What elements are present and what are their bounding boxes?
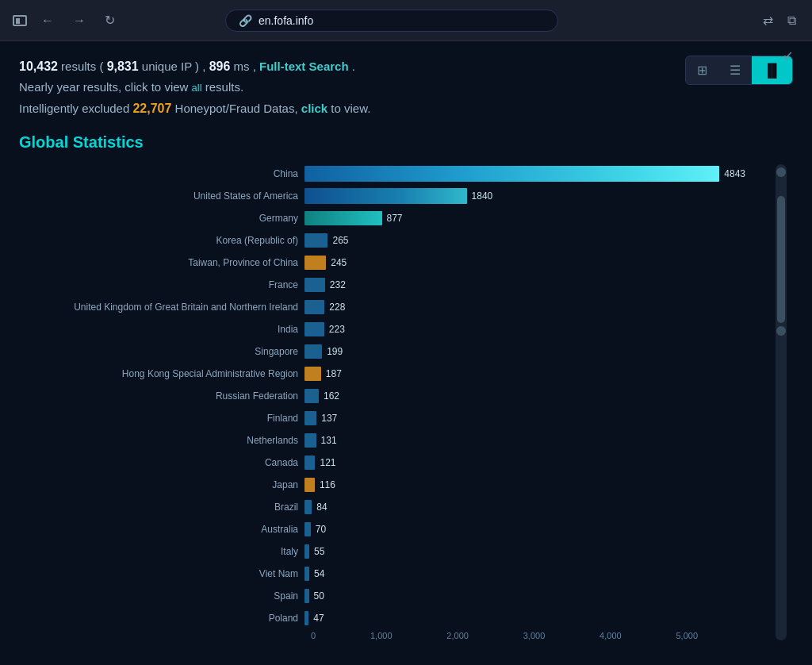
bar-area: 223: [304, 322, 745, 336]
bar-area: 55: [304, 544, 745, 559]
chart-row[interactable]: Italy55: [35, 542, 745, 561]
bar: [304, 411, 316, 425]
split-view-button[interactable]: ⧉: [784, 10, 799, 31]
x-axis-label: 4,000: [599, 631, 622, 640]
bar: [304, 456, 315, 470]
bar-area: 84: [304, 500, 745, 514]
chart-rows: China4843United States of America1840Ger…: [35, 164, 745, 628]
bar-area: 228: [304, 300, 745, 314]
refresh-button[interactable]: ↻: [100, 11, 120, 29]
bar-area: 877: [304, 211, 745, 225]
click-link[interactable]: click: [301, 102, 327, 115]
bar-area: 121: [304, 456, 745, 470]
x-axis-label: 3,000: [523, 631, 546, 640]
chart-row[interactable]: Japan116: [35, 475, 745, 494]
bar-area: 137: [304, 411, 745, 425]
country-label: Viet Nam: [35, 568, 304, 579]
bar-area: 245: [304, 256, 745, 270]
bar: [304, 188, 467, 204]
chart-row[interactable]: Spain50: [35, 586, 745, 605]
country-label: Canada: [35, 457, 304, 468]
chart-inner: China4843United States of America1840Ger…: [35, 164, 793, 640]
chart-row[interactable]: Australia70: [35, 520, 745, 539]
bar: [304, 367, 321, 381]
fulltext-search-link[interactable]: Full-text Search: [259, 60, 349, 73]
country-label: Germany: [35, 213, 304, 224]
scroll-dot-top: [776, 167, 786, 177]
bar-value: 50: [314, 590, 324, 602]
chart-row[interactable]: Korea (Republic of)265: [35, 231, 745, 250]
stats-header: 10,432 results ( 9,831 unique IP ) , 896…: [19, 56, 793, 119]
country-label: Russian Federation: [35, 390, 304, 402]
country-label: Hong Kong Special Administrative Region: [35, 368, 304, 379]
url-text: en.fofa.info: [259, 14, 313, 27]
tab-icon: [13, 15, 27, 26]
bar-area: 265: [304, 233, 745, 248]
bar-value: 54: [314, 568, 324, 579]
country-label: China: [35, 168, 304, 179]
chart-row[interactable]: Poland47: [35, 609, 745, 628]
chart-row[interactable]: Germany877: [35, 209, 745, 228]
bar: [304, 278, 325, 292]
x-axis-label: 0: [311, 631, 316, 640]
chart-row[interactable]: Hong Kong Special Administrative Region1…: [35, 364, 745, 383]
extensions-button[interactable]: ⇄: [760, 10, 776, 31]
chart-row[interactable]: Canada121: [35, 453, 745, 472]
x-axis: 01,0002,0003,0004,0005,000: [35, 631, 745, 640]
country-label: Finland: [35, 413, 304, 424]
chart-row[interactable]: Russian Federation162: [35, 386, 745, 406]
chart-row[interactable]: United States of America1840: [35, 186, 745, 206]
bar-area: 47: [304, 611, 745, 625]
chrome-right-buttons: ⇄ ⧉: [760, 10, 799, 31]
chart-row[interactable]: India223: [35, 320, 745, 339]
bar-value: 131: [321, 435, 337, 446]
list-view-button[interactable]: ☰: [718, 56, 752, 84]
bar: [304, 500, 312, 514]
expand-icon[interactable]: ↙: [783, 48, 793, 63]
bar-area: 1840: [304, 188, 745, 204]
chart-row[interactable]: Taiwan, Province of China245: [35, 253, 745, 272]
chart-row[interactable]: Netherlands131: [35, 431, 745, 450]
bar: [304, 433, 316, 448]
country-label: Singapore: [35, 346, 304, 357]
country-label: India: [35, 324, 304, 335]
chart-row[interactable]: Viet Nam54: [35, 564, 745, 583]
scrollbar-track[interactable]: [776, 164, 787, 640]
bar: [304, 344, 322, 359]
unique-ip: 9,831: [107, 60, 139, 73]
chart-row[interactable]: Singapore199: [35, 342, 745, 361]
bar-value: 228: [329, 302, 345, 313]
back-button[interactable]: ←: [36, 12, 59, 29]
chart-row[interactable]: China4843: [35, 164, 745, 183]
bar-value: 162: [324, 390, 339, 402]
chart-row[interactable]: Brazil84: [35, 498, 745, 517]
bar-area: 232: [304, 278, 745, 292]
chart-row[interactable]: France232: [35, 275, 745, 294]
bar-value: 84: [316, 502, 327, 513]
country-label: Japan: [35, 479, 304, 490]
bar: [304, 233, 327, 248]
chart-row[interactable]: United Kingdom of Great Britain and Nort…: [35, 298, 745, 317]
total-results: 10,432: [19, 60, 58, 73]
scrollbar-thumb[interactable]: [777, 196, 785, 323]
all-results-link[interactable]: all: [192, 82, 202, 94]
grid-icon: ⊞: [697, 63, 707, 78]
bar-area: 162: [304, 389, 745, 403]
grid-view-button[interactable]: ⊞: [686, 56, 718, 84]
bar-value: 187: [326, 368, 342, 379]
bar: [304, 589, 309, 603]
list-icon: ☰: [730, 63, 741, 78]
forward-button[interactable]: →: [68, 12, 90, 29]
bar: [304, 611, 308, 625]
url-bar[interactable]: 🔗 en.fofa.info: [225, 10, 558, 32]
bar-value: 47: [313, 613, 324, 624]
honeypot-count: 22,707: [132, 102, 171, 115]
x-axis-label: 2,000: [446, 631, 469, 640]
country-label: Spain: [35, 590, 304, 602]
bar: [304, 544, 309, 559]
ms-value: 896: [209, 60, 231, 73]
chart-row[interactable]: Finland137: [35, 409, 745, 428]
bar: [304, 322, 324, 336]
country-label: Netherlands: [35, 435, 304, 446]
x-axis-labels: 01,0002,0003,0004,0005,000: [311, 631, 698, 640]
